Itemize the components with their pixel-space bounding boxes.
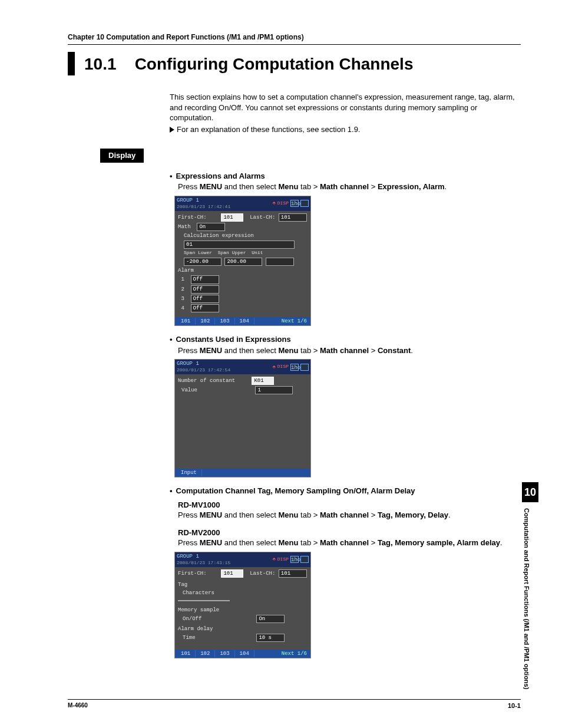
constant-number-field[interactable]: K01 (252, 377, 274, 385)
scr-time-btn: 1hour (290, 364, 299, 371)
last-ch-field[interactable]: 101 (279, 213, 307, 222)
alarm-2-field[interactable]: Off (191, 285, 219, 294)
item-tag-memory-delay: •Computation Channel Tag, Memory Samplin… (170, 486, 521, 658)
device-screenshot-1: GROUP 1 2008/01/23 17:42:41 ⬘ DISP 1hour… (174, 196, 311, 326)
calc-expr-field[interactable]: 01 (184, 241, 295, 249)
scr-status-icon: ⬘ (272, 556, 275, 563)
scr-timestamp: 2008/01/23 17:42:54 (177, 367, 230, 374)
bullet-icon: • (170, 172, 173, 180)
scr-tab[interactable]: 103 (215, 318, 234, 325)
scr-status-icon: ⬘ (272, 364, 275, 371)
page-number: 10-1 (508, 701, 521, 710)
scr-tab[interactable]: 104 (235, 318, 254, 325)
scr-tool-icon (300, 556, 309, 563)
display-heading: Display (100, 149, 144, 163)
math-field[interactable]: On (197, 223, 225, 231)
item-expressions-alarms: •Expressions and Alarms Press MENU and t… (170, 171, 521, 326)
menu-path: Press MENU and then select Menu tab > Ma… (178, 345, 521, 356)
scr-tab[interactable]: Input (176, 469, 202, 476)
title-accent-bar (68, 52, 75, 75)
menu-path: Press MENU and then select Menu tab > Ma… (178, 538, 521, 548)
chapter-tab-number: 10 (522, 482, 538, 502)
scr-tab[interactable]: 102 (196, 318, 215, 325)
item-title: Computation Channel Tag, Memory Sampling… (176, 486, 415, 495)
scr-next[interactable]: Next 1/6 (279, 318, 309, 325)
span-lower-field[interactable]: -200.00 (184, 258, 222, 266)
scr-group: GROUP 1 (177, 197, 230, 204)
model-label: RD-MV2000 (178, 528, 521, 538)
item-constants: •Constants Used in Expressions Press MEN… (170, 334, 521, 477)
delay-time-field[interactable]: 10 s (256, 634, 285, 642)
chapter-side-tab: 10 Computation and Report Functions (/M1… (522, 482, 538, 690)
intro-xref: For an explanation of these functions, s… (170, 124, 521, 135)
section-title: 10.1 Configuring Computation Channels (84, 52, 413, 75)
scr-disp-label: DISP (277, 364, 289, 370)
scr-disp-label: DISP (277, 200, 289, 207)
menu-path: Press MENU and then select Menu tab > Ma… (178, 182, 521, 192)
scr-time-btn: 1hour (290, 556, 299, 563)
intro-paragraph: This section explains how to set a compu… (170, 92, 521, 123)
scr-tool-icon (300, 364, 309, 371)
scr-tool-icon (300, 200, 309, 207)
menu-path: Press MENU and then select Menu tab > Ma… (178, 510, 521, 521)
scr-next[interactable]: Next 1/6 (279, 650, 309, 657)
section-number: 10.1 (84, 55, 117, 73)
bullet-icon: • (170, 486, 173, 495)
last-ch-field[interactable]: 101 (279, 569, 307, 578)
tag-chars-field[interactable] (178, 600, 230, 601)
device-screenshot-2: GROUP 1 2008/01/23 17:42:54 ⬘ DISP 1hour… (174, 359, 311, 477)
device-screenshot-3: GROUP 1 2008/01/23 17:43:15 ⬘ DISP 1hour… (174, 552, 311, 658)
item-title: Expressions and Alarms (176, 172, 265, 180)
first-ch-field[interactable]: 101 (221, 569, 243, 578)
alarm-4-field[interactable]: Off (191, 304, 219, 312)
scr-tab[interactable]: 103 (215, 650, 234, 657)
model-label: RD-MV1000 (178, 500, 521, 510)
alarm-3-field[interactable]: Off (191, 295, 219, 303)
scr-tab[interactable]: 104 (235, 650, 254, 657)
item-title: Constants Used in Expressions (176, 335, 291, 344)
section-title-row: 10.1 Configuring Computation Channels (68, 52, 521, 75)
chapter-tab-label: Computation and Report Functions (/M1 an… (522, 502, 531, 689)
scr-status-icon: ⬘ (272, 200, 275, 207)
chapter-header: Chapter 10 Computation and Report Functi… (68, 32, 521, 45)
scr-group: GROUP 1 (177, 553, 230, 560)
bullet-icon: • (170, 335, 173, 344)
constant-value-field[interactable]: 1 (255, 386, 293, 394)
scr-tab[interactable]: 101 (176, 318, 196, 325)
scr-tab[interactable]: 102 (196, 650, 215, 657)
doc-id: M-4660 (68, 701, 88, 710)
scr-timestamp: 2008/01/23 17:42:41 (177, 204, 230, 210)
section-title-text: Configuring Computation Channels (135, 55, 414, 73)
scr-disp-label: DISP (277, 556, 289, 563)
scr-time-btn: 1hour (290, 200, 299, 207)
triangle-icon (170, 127, 174, 133)
unit-field[interactable] (266, 258, 294, 266)
scr-tab[interactable]: 101 (176, 650, 196, 657)
scr-timestamp: 2008/01/23 17:43:15 (177, 560, 230, 566)
alarm-1-field[interactable]: Off (191, 275, 219, 284)
span-upper-field[interactable]: 200.00 (224, 258, 262, 266)
scr-group: GROUP 1 (177, 360, 230, 367)
first-ch-field[interactable]: 101 (221, 213, 243, 222)
mem-onoff-field[interactable]: On (256, 615, 285, 623)
page-footer: M-4660 10-1 (68, 699, 521, 710)
intro-text: This section explains how to set a compu… (170, 92, 521, 134)
